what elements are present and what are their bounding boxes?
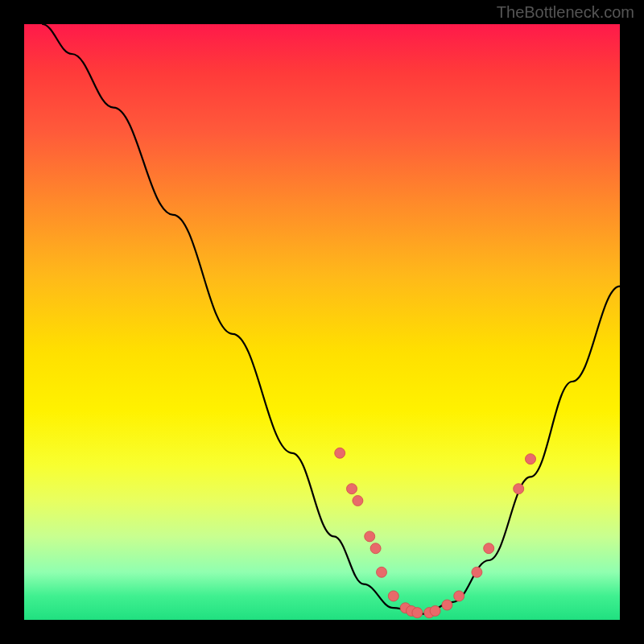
- data-point: [442, 600, 452, 610]
- chart-plot-area: [24, 24, 620, 620]
- data-point: [388, 591, 398, 601]
- data-point: [514, 484, 524, 494]
- bottleneck-curve: [42, 24, 620, 614]
- data-point: [526, 454, 536, 464]
- chart-svg: [24, 24, 620, 620]
- data-point: [365, 531, 375, 542]
- watermark-text: TheBottleneck.com: [497, 3, 634, 22]
- data-point: [353, 496, 363, 506]
- data-point: [370, 543, 381, 554]
- data-point: [454, 591, 464, 601]
- data-point: [484, 543, 494, 554]
- data-point: [347, 484, 357, 494]
- data-point: [335, 448, 345, 458]
- data-point: [377, 567, 387, 577]
- data-point: [412, 608, 423, 618]
- data-point: [472, 567, 482, 577]
- data-point: [430, 605, 440, 616]
